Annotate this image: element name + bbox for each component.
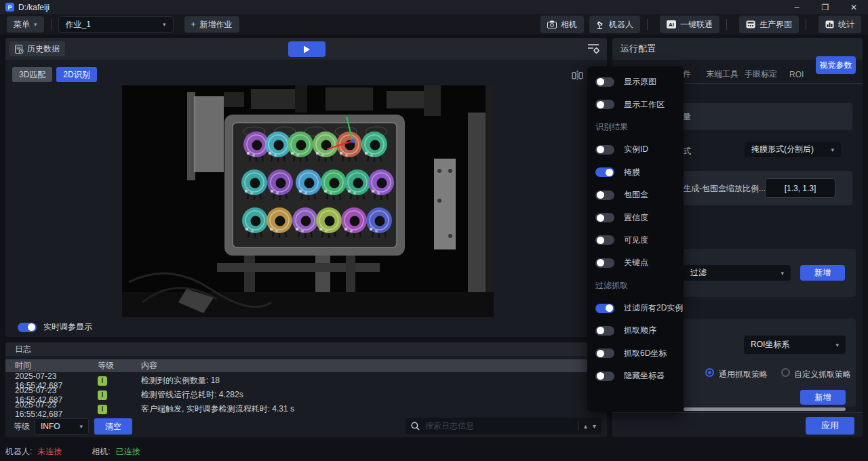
titlebar: P D:/kafeiji – ❐ ✕ — [0, 0, 868, 14]
app-logo-icon: P — [5, 3, 14, 12]
minimize-button[interactable]: – — [783, 0, 811, 14]
robot-button[interactable]: 机器人 — [589, 16, 640, 33]
radio-custom-label: 自定义抓取策略 — [794, 369, 851, 380]
toggle-switch[interactable] — [595, 348, 614, 358]
mask-mode-select[interactable]: 掩膜形式(分割后) ▾ — [745, 142, 841, 157]
log-content: 检测管线运行总耗时: 4.282s — [141, 389, 607, 401]
filter-settings-icon — [587, 43, 600, 54]
toggle-switch[interactable] — [595, 191, 614, 200]
statusbar: 机器人: 未连接 相机: 已连接 — [0, 442, 868, 461]
display-menu-section-header: 识别结果 — [587, 116, 684, 138]
job-select[interactable]: 作业_1 ▾ — [58, 16, 174, 33]
job-value: 作业_1 — [66, 19, 91, 31]
display-menu-item-label: 实例ID — [624, 144, 648, 155]
camera-status-label: 相机: — [92, 446, 110, 458]
display-menu-item-label: 显示工作区 — [624, 99, 665, 111]
maximize-button[interactable]: ❐ — [811, 0, 840, 14]
close-button[interactable]: ✕ — [840, 0, 868, 14]
log-search-box[interactable]: 搜索日志信息 ▴ ▾ — [406, 418, 601, 434]
filter-card: 过滤 ▾ 新增 — [677, 249, 856, 297]
statistics-button[interactable]: 统计 — [818, 16, 861, 33]
toggle-switch[interactable] — [595, 100, 614, 109]
one-key-connect-button[interactable]: AI 一键联通 — [660, 16, 719, 33]
toggle-switch[interactable] — [595, 304, 614, 313]
display-options-button[interactable] — [587, 43, 600, 54]
display-menu-item-label: 显示原图 — [624, 76, 656, 87]
menu-label: 菜单 — [14, 19, 30, 31]
camera-icon — [547, 20, 557, 28]
menu-dropdown[interactable]: 菜单 ▾ — [7, 16, 44, 33]
production-ui-button[interactable]: 生产界面 — [739, 16, 799, 33]
toggle-switch[interactable] — [595, 326, 614, 336]
radio-custom-strategy[interactable] — [781, 368, 790, 377]
bbox-scale-input[interactable]: [1.3, 1.3] — [765, 178, 835, 198]
display-menu-item-label: 过滤所有2D实例 — [624, 302, 683, 314]
search-next-button[interactable]: ▾ — [593, 422, 596, 430]
divider — [673, 129, 852, 129]
tab-3d-match[interactable]: 3D匹配 — [12, 67, 52, 82]
log-level: I — [98, 376, 141, 386]
filter-select[interactable]: 过滤 ▾ — [684, 265, 791, 281]
config-tab-end-tool[interactable]: 末端工具 — [706, 68, 738, 80]
radio-general-strategy[interactable] — [705, 368, 714, 377]
statistics-label: 统计 — [838, 19, 854, 31]
run-button[interactable] — [288, 41, 326, 57]
log-row[interactable]: 2025-07-23 16:55:42,687I客户端触发, 实时调参检测流程耗… — [5, 402, 607, 416]
play-icon — [303, 45, 311, 54]
display-menu-item: 显示原图 — [587, 71, 684, 93]
chevron-down-icon: ▾ — [163, 21, 166, 28]
display-menu-item: 掩膜 — [587, 161, 684, 184]
realtime-tuning-toggle[interactable] — [18, 323, 37, 332]
mount-plate — [434, 159, 456, 249]
log-col-time: 时间 — [5, 360, 98, 372]
camera-image[interactable] — [122, 85, 494, 317]
info-level-badge: I — [98, 376, 107, 386]
camera-status-value: 已连接 — [116, 446, 140, 458]
toggle-switch[interactable] — [595, 77, 614, 87]
display-menu-item: 关键点 — [587, 252, 684, 274]
config-tab-partial[interactable]: 件 — [683, 68, 691, 80]
log-controls: 等级 INFO ▾ 清空 搜索日志信息 ▴ ▾ — [5, 418, 607, 435]
filter-add-button[interactable]: 新增 — [800, 265, 845, 281]
config-tab-hand-eye[interactable]: 手眼标定 — [745, 68, 777, 80]
config-tab-vision-params[interactable]: 视觉参数 — [816, 56, 856, 74]
level-filter-select[interactable]: INFO ▾ — [35, 418, 89, 435]
apply-button[interactable]: 应用 — [806, 417, 854, 435]
display-menu-item: 过滤所有2D实例 — [587, 297, 684, 319]
toggle-switch[interactable] — [595, 258, 614, 268]
camera-button-label: 相机 — [561, 19, 577, 31]
grab-add-button[interactable]: 新增 — [800, 390, 846, 405]
horizontal-scrollbar[interactable] — [684, 407, 846, 411]
display-menu-item-label: 可见度 — [624, 235, 648, 246]
display-menu-item: 包围盒 — [587, 184, 684, 206]
realtime-tuning-label: 实时调参显示 — [43, 321, 92, 333]
divider — [647, 19, 648, 30]
toggle-switch[interactable] — [595, 213, 614, 222]
add-job-button[interactable]: + 新增作业 — [184, 16, 239, 33]
display-menu-item-label: 隐藏坐标器 — [624, 370, 665, 382]
chevron-down-icon: ▾ — [79, 423, 83, 430]
divider — [726, 19, 727, 30]
divider — [578, 421, 578, 430]
mask-mode-label-partial: 式 — [683, 146, 691, 157]
toggle-switch[interactable] — [595, 235, 614, 245]
level-filter-label: 等级 — [14, 421, 30, 433]
history-data-button[interactable]: 历史数据 — [9, 41, 65, 56]
camera-button[interactable]: 相机 — [540, 16, 584, 33]
viewer-toolbar: 历史数据 — [5, 38, 607, 60]
toggle-switch[interactable] — [595, 372, 614, 381]
tab-2d-recognition[interactable]: 2D识别 — [56, 67, 96, 82]
fit-view-button[interactable] — [572, 70, 583, 81]
clear-log-button[interactable]: 清空 — [94, 418, 132, 435]
log-time: 2025-07-23 16:55:42,687 — [5, 400, 98, 419]
config-tab-roi[interactable]: ROI — [789, 70, 804, 79]
divider — [51, 19, 52, 30]
roi-coord-select[interactable]: ROI坐标系 ▾ — [744, 336, 846, 354]
config-footer: 应用 — [612, 412, 863, 437]
search-prev-button[interactable]: ▴ — [584, 422, 587, 430]
display-menu-item-label: 关键点 — [624, 257, 648, 268]
window-title: D:/kafeiji — [18, 3, 50, 12]
ai-icon: AI — [667, 20, 676, 28]
toggle-switch[interactable] — [595, 145, 614, 155]
toggle-switch[interactable] — [595, 167, 614, 177]
